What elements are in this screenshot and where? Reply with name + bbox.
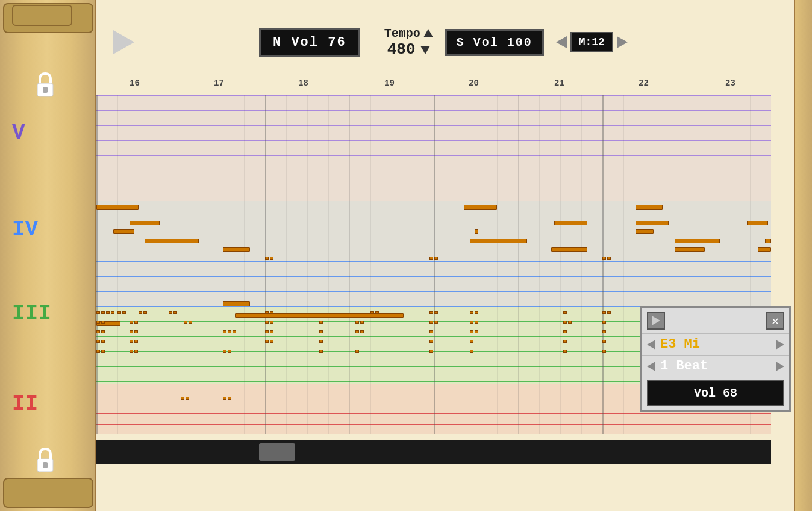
- nb-green-1[interactable]: [223, 301, 250, 306]
- beat-left-button[interactable]: [647, 362, 655, 371]
- note-bar-g1[interactable]: [96, 321, 120, 326]
- gr5-5[interactable]: [319, 350, 323, 353]
- bd-5[interactable]: [602, 257, 606, 260]
- popup-close-button[interactable]: ✕: [766, 312, 784, 330]
- note-bar-1[interactable]: [96, 205, 139, 210]
- ndot-7[interactable]: [139, 311, 142, 314]
- note-bar-3[interactable]: [113, 229, 134, 234]
- gr4-8[interactable]: [563, 340, 567, 343]
- gdot-m3[interactable]: [370, 311, 374, 314]
- note-bar-6[interactable]: [464, 205, 497, 210]
- gdot-m4[interactable]: [375, 311, 379, 314]
- gdot-12[interactable]: [228, 330, 231, 333]
- gr3-1[interactable]: [265, 330, 269, 333]
- gr4-0[interactable]: [96, 340, 100, 343]
- gdot-m6[interactable]: [434, 311, 438, 314]
- bd-1[interactable]: [265, 257, 269, 260]
- gr2-10[interactable]: [563, 321, 567, 324]
- gr2-3[interactable]: [319, 321, 323, 324]
- gr3-4[interactable]: [355, 330, 359, 333]
- gdot-13[interactable]: [233, 330, 236, 333]
- gr3-3[interactable]: [319, 330, 323, 333]
- gr5-9[interactable]: [563, 350, 567, 353]
- gdot-m7[interactable]: [470, 311, 473, 314]
- gdot-6[interactable]: [189, 321, 192, 324]
- gdot-m1[interactable]: [265, 311, 269, 314]
- ndot-2[interactable]: [101, 311, 105, 314]
- tempo-down-button[interactable]: [420, 46, 430, 54]
- gr4-6[interactable]: [429, 340, 433, 343]
- gr3-5[interactable]: [360, 330, 364, 333]
- gr5-4[interactable]: [228, 350, 231, 353]
- gr2-6[interactable]: [429, 321, 433, 324]
- bd-6[interactable]: [607, 257, 611, 260]
- gr3-7[interactable]: [470, 330, 473, 333]
- gr5-3[interactable]: [223, 350, 226, 353]
- gr5-10[interactable]: [602, 350, 606, 353]
- gdot-8[interactable]: [101, 330, 105, 333]
- gdot-m9[interactable]: [563, 311, 567, 314]
- ndot-5[interactable]: [117, 311, 121, 314]
- gr5-2[interactable]: [134, 350, 138, 353]
- gr3-9[interactable]: [563, 330, 567, 333]
- gdot-10[interactable]: [134, 330, 138, 333]
- ndot-3[interactable]: [106, 311, 110, 314]
- gr5-6[interactable]: [355, 350, 359, 353]
- ndot-4[interactable]: [111, 311, 114, 314]
- note-bar-10[interactable]: [551, 247, 587, 252]
- note-bar-15[interactable]: [675, 247, 705, 252]
- gr5-0b[interactable]: [101, 350, 105, 353]
- gr5-0[interactable]: [96, 350, 100, 353]
- gdot-3[interactable]: [130, 321, 133, 324]
- ndot-6[interactable]: [122, 311, 126, 314]
- play-button[interactable]: [108, 27, 139, 57]
- gdot-1[interactable]: [96, 321, 100, 324]
- ndot-10[interactable]: [173, 311, 177, 314]
- tempo-up-button[interactable]: [423, 29, 433, 37]
- note-bar-13[interactable]: [636, 229, 654, 234]
- note-left-button[interactable]: [647, 340, 655, 350]
- note-bar-4[interactable]: [145, 239, 199, 243]
- gr4-0b[interactable]: [101, 340, 105, 343]
- gdot-9[interactable]: [130, 330, 133, 333]
- rd-3[interactable]: [223, 397, 226, 400]
- gr2-7[interactable]: [434, 321, 438, 324]
- bd-4[interactable]: [434, 257, 438, 260]
- note-bar-18[interactable]: [758, 247, 771, 252]
- gr3-10[interactable]: [602, 330, 606, 333]
- gr2-2[interactable]: [270, 321, 273, 324]
- popup-play-button[interactable]: [647, 312, 665, 330]
- gdot-11[interactable]: [223, 330, 226, 333]
- gdot-4[interactable]: [134, 321, 138, 324]
- note-bar-8[interactable]: [475, 229, 478, 234]
- gr2-4[interactable]: [355, 321, 359, 324]
- m-right-button[interactable]: [617, 36, 628, 48]
- gdot-5[interactable]: [184, 321, 187, 324]
- gr3-8[interactable]: [475, 330, 478, 333]
- note-bar-16[interactable]: [747, 221, 768, 225]
- note-bar-5[interactable]: [223, 247, 250, 252]
- ndot-8[interactable]: [143, 311, 147, 314]
- note-bar-11[interactable]: [636, 205, 663, 210]
- m-left-button[interactable]: [556, 36, 567, 48]
- note-bar-9[interactable]: [470, 239, 527, 243]
- gr3-2[interactable]: [270, 330, 273, 333]
- gr5-7[interactable]: [429, 350, 433, 353]
- gr2-5[interactable]: [360, 321, 364, 324]
- rd-1[interactable]: [181, 397, 184, 400]
- scrollbar-thumb[interactable]: [259, 443, 295, 461]
- gr2-9[interactable]: [475, 321, 478, 324]
- gr3-6[interactable]: [429, 330, 433, 333]
- bd-3[interactable]: [429, 257, 433, 260]
- gdot-7[interactable]: [96, 330, 100, 333]
- gr4-2[interactable]: [134, 340, 138, 343]
- gdot-m11[interactable]: [607, 311, 611, 314]
- note-bar-14[interactable]: [675, 239, 720, 243]
- gr4-3[interactable]: [265, 340, 269, 343]
- gdot-m8[interactable]: [475, 311, 478, 314]
- gr2-1[interactable]: [265, 321, 269, 324]
- note-bar-long[interactable]: [235, 313, 404, 318]
- note-right-button[interactable]: [776, 340, 784, 350]
- gr4-5[interactable]: [319, 340, 323, 343]
- gdot-m2[interactable]: [270, 311, 273, 314]
